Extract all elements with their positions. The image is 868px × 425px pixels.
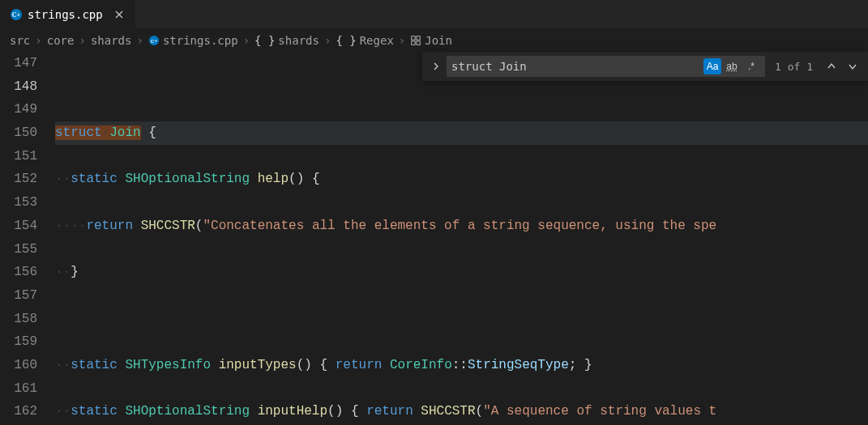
editor[interactable]: 147 148 149 150 151 152 153 154 155 156 … [0, 52, 868, 425]
find-input-wrap: Aa ab .* [447, 56, 765, 77]
line-number: 162 [0, 400, 37, 423]
breadcrumb-symbol[interactable]: Join [410, 34, 452, 47]
line-number: 156 [0, 261, 37, 284]
chevron-right-icon: › [77, 34, 87, 47]
match-count: 1 of 1 [775, 61, 813, 73]
code-line [55, 308, 868, 331]
svg-rect-6 [412, 41, 415, 45]
tab-label: strings.cpp [28, 8, 103, 21]
match-case-toggle[interactable]: Aa [703, 58, 721, 74]
breadcrumb-src[interactable]: src [10, 34, 30, 47]
svg-rect-4 [412, 36, 415, 40]
struct-icon [410, 35, 421, 46]
line-number: 148 [0, 75, 37, 99]
namespace-icon: { } [254, 34, 275, 47]
chevron-right-icon: › [242, 34, 251, 47]
line-number: 154 [0, 215, 37, 238]
cpp-file-icon: C+ [10, 8, 23, 21]
match-whole-word-toggle[interactable]: ab [723, 58, 741, 74]
tab-strings-cpp[interactable]: C+ strings.cpp [0, 0, 136, 28]
breadcrumb-ns[interactable]: { } shards [254, 34, 319, 47]
code-area[interactable]: struct·Join { ··static SHOptionalString … [55, 52, 868, 425]
breadcrumb: src › core › shards › C+ strings.cpp › {… [0, 29, 868, 52]
svg-text:C+: C+ [12, 11, 21, 19]
svg-rect-7 [417, 41, 420, 45]
code-line: ··static SHOptionalString help() { [55, 168, 868, 191]
line-number: 152 [0, 168, 37, 191]
next-match-icon[interactable] [844, 57, 862, 75]
line-number: 158 [0, 308, 37, 331]
chevron-right-icon: › [33, 34, 43, 47]
line-number: 153 [0, 191, 37, 215]
toggle-replace-icon[interactable] [429, 54, 443, 79]
close-icon[interactable] [113, 8, 126, 21]
line-number: 151 [0, 145, 37, 168]
line-gutter: 147 148 149 150 151 152 153 154 155 156 … [0, 52, 55, 425]
svg-rect-5 [417, 36, 420, 40]
line-number: 150 [0, 121, 37, 145]
prev-match-icon[interactable] [823, 57, 840, 75]
code-line: ··} [55, 261, 868, 284]
line-number: 157 [0, 284, 37, 308]
code-line: ····return SHCCSTR("Concatenates all the… [55, 215, 868, 238]
code-line: ··static SHTypesInfo inputTypes() { retu… [55, 354, 868, 377]
line-number: 147 [0, 52, 37, 75]
line-number: 149 [0, 98, 37, 121]
breadcrumb-shards[interactable]: shards [91, 34, 132, 47]
breadcrumb-file[interactable]: C+ strings.cpp [148, 34, 238, 47]
svg-text:C+: C+ [151, 39, 157, 44]
code-line: ··static SHOptionalString inputHelp() { … [55, 400, 868, 423]
line-number: 161 [0, 377, 37, 401]
chevron-right-icon: › [323, 34, 332, 47]
namespace-icon: { } [336, 34, 356, 47]
line-number: 155 [0, 238, 37, 261]
find-widget: Aa ab .* 1 of 1 [422, 52, 868, 81]
chevron-right-icon: › [135, 34, 144, 47]
chevron-right-icon: › [397, 34, 407, 47]
regex-toggle[interactable]: .* [742, 58, 760, 74]
line-number: 159 [0, 330, 37, 354]
breadcrumb-core[interactable]: core [47, 34, 75, 47]
find-input[interactable] [451, 60, 702, 73]
code-line: struct·Join { [55, 121, 868, 145]
tab-bar: C+ strings.cpp [0, 0, 868, 29]
line-number: 160 [0, 354, 37, 377]
breadcrumb-class[interactable]: { } Regex [336, 34, 393, 47]
